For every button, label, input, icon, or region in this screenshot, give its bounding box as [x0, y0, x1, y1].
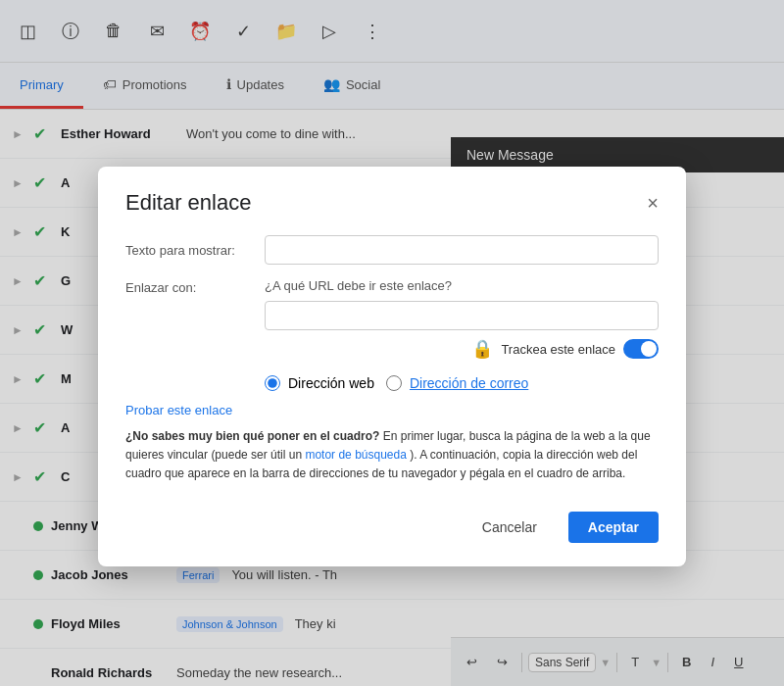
texto-label: Texto para mostrar:: [125, 243, 253, 258]
radio-group: Dirección web Dirección de correo: [265, 375, 659, 391]
close-button[interactable]: ×: [647, 192, 659, 215]
accept-button[interactable]: Aceptar: [568, 512, 659, 543]
url-input[interactable]: [265, 301, 659, 330]
track-icon: 🔒: [471, 338, 493, 360]
dialog-title: Editar enlace: [125, 190, 251, 216]
texto-input[interactable]: [265, 235, 659, 265]
try-link[interactable]: Probar este enlace: [125, 403, 232, 417]
track-toggle[interactable]: [623, 339, 659, 359]
url-row: [265, 301, 659, 330]
search-engine-link[interactable]: motor de búsqueda: [305, 448, 406, 462]
enlazar-label: Enlazar con:: [125, 278, 253, 295]
radio-web[interactable]: [265, 375, 280, 391]
track-row: 🔒 Trackea este enlace: [265, 338, 659, 360]
dialog-footer: Cancelar Aceptar: [125, 504, 659, 543]
edit-link-dialog: Editar enlace × Texto para mostrar: Enla…: [98, 167, 686, 566]
radio-email-option[interactable]: Dirección de correo: [386, 375, 528, 391]
radio-email[interactable]: [386, 375, 402, 391]
toggle-knob: [641, 341, 657, 357]
text-display-row: Texto para mostrar:: [125, 235, 659, 265]
help-bold: ¿No sabes muy bien qué poner en el cuadr…: [125, 429, 379, 443]
radio-web-option[interactable]: Dirección web: [265, 375, 374, 391]
radio-email-label: Dirección de correo: [410, 375, 528, 391]
help-text: ¿No sabes muy bien qué poner en el cuadr…: [125, 427, 659, 484]
enlazar-content: ¿A qué URL debe ir este enlace? 🔒 Tracke…: [265, 278, 659, 369]
track-label: Trackea este enlace: [501, 342, 615, 357]
url-question: ¿A qué URL debe ir este enlace?: [265, 278, 659, 293]
radio-web-label: Dirección web: [288, 375, 374, 391]
enlazar-row: Enlazar con: ¿A qué URL debe ir este enl…: [125, 278, 659, 369]
cancel-button[interactable]: Cancelar: [463, 512, 557, 543]
dialog-header: Editar enlace ×: [125, 190, 659, 216]
